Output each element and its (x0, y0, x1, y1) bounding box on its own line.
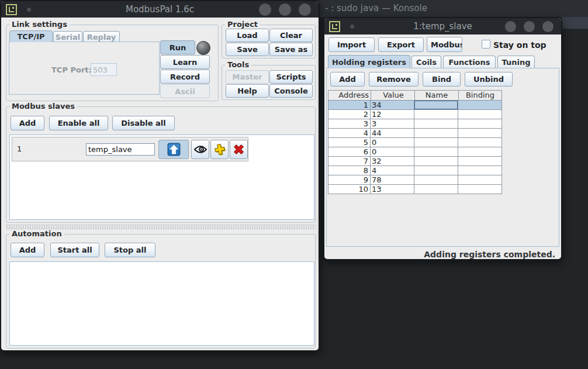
load-button[interactable]: Load (226, 29, 269, 42)
cell-binding[interactable] (458, 110, 502, 119)
cell-binding[interactable] (458, 147, 502, 157)
slave-window-titlebar[interactable]: 1:temp_slave (324, 18, 561, 35)
add-register-button[interactable]: Add (330, 72, 365, 87)
cell-value[interactable]: 0 (371, 138, 414, 147)
stay-on-top-checkbox[interactable] (482, 40, 490, 49)
cell-address[interactable]: 3 (328, 119, 371, 129)
split-pane-divider[interactable] (6, 225, 316, 229)
save-button[interactable]: Save (226, 43, 269, 56)
unbind-button[interactable]: Unbind (465, 72, 513, 87)
start-all-button[interactable]: Start all (50, 243, 99, 257)
table-row[interactable]: 732 (328, 157, 502, 166)
cell-name[interactable] (414, 110, 458, 119)
tab-serial[interactable]: Serial (53, 31, 82, 42)
cell-name[interactable] (414, 101, 458, 110)
learn-button[interactable]: Learn (160, 55, 210, 69)
column-header-binding[interactable]: Binding (458, 90, 502, 101)
cell-address[interactable]: 5 (328, 138, 371, 147)
implementation-select[interactable]: Modbus (427, 37, 462, 52)
run-button[interactable]: Run (160, 40, 195, 54)
tcp-port-input[interactable] (91, 63, 117, 76)
cell-binding[interactable] (458, 166, 502, 175)
cell-address[interactable]: 6 (328, 147, 371, 157)
table-row[interactable]: 444 (328, 129, 502, 138)
window-menu-dot-icon[interactable] (27, 8, 31, 12)
console-button[interactable]: Console (269, 84, 313, 98)
window-menu-dot-icon[interactable] (350, 25, 354, 29)
cell-name[interactable] (414, 138, 458, 147)
column-header-address[interactable]: Address (328, 90, 371, 101)
master-button[interactable]: Master (226, 70, 269, 84)
cell-value[interactable]: 0 (371, 147, 414, 157)
record-button[interactable]: Record (160, 70, 210, 84)
cell-value[interactable]: 34 (371, 101, 414, 110)
stop-all-button[interactable]: Stop all (105, 243, 155, 257)
tab-functions[interactable]: Functions (443, 56, 496, 68)
slave-name-input[interactable] (86, 143, 155, 156)
tab-tuning[interactable]: Tuning (497, 56, 535, 68)
slave-enabled-toggle-button[interactable] (158, 140, 189, 159)
cell-address[interactable]: 7 (328, 157, 371, 166)
cell-name[interactable] (414, 129, 458, 138)
cell-binding[interactable] (458, 101, 502, 110)
duplicate-slave-button[interactable] (210, 140, 229, 159)
table-row[interactable]: 1013 (328, 185, 502, 194)
cell-name[interactable] (414, 185, 458, 194)
cell-value[interactable]: 13 (371, 185, 414, 194)
slave-row[interactable]: 1 (12, 137, 248, 161)
cell-name[interactable] (414, 157, 458, 166)
cell-address[interactable]: 9 (328, 175, 371, 185)
ascii-button[interactable]: Ascii (160, 84, 210, 98)
remove-register-button[interactable]: Remove (369, 72, 418, 87)
maximize-button[interactable] (524, 21, 535, 32)
add-automation-button[interactable]: Add (11, 243, 44, 257)
slaves-list[interactable]: 1 (9, 135, 314, 220)
column-header-value[interactable]: Value (371, 90, 414, 101)
table-row[interactable]: 134 (328, 101, 502, 110)
cell-value[interactable]: 4 (371, 166, 414, 175)
table-row[interactable]: 50 (328, 138, 502, 147)
table-row[interactable]: 978 (328, 175, 502, 185)
automation-list[interactable] (9, 261, 314, 346)
table-row[interactable]: 84 (328, 166, 502, 175)
delete-slave-button[interactable] (230, 140, 248, 159)
enable-all-button[interactable]: Enable all (49, 116, 108, 130)
main-window-titlebar[interactable]: ModbusPal 1.6c (1, 1, 319, 18)
export-button[interactable]: Export (378, 37, 424, 52)
cell-value[interactable]: 12 (371, 110, 414, 119)
maximize-button[interactable] (279, 4, 291, 16)
cell-binding[interactable] (458, 185, 502, 194)
column-header-name[interactable]: Name (414, 90, 458, 101)
clear-button[interactable]: Clear (269, 29, 313, 42)
tab-coils[interactable]: Coils (411, 56, 441, 68)
minimize-button[interactable] (259, 4, 271, 16)
disable-all-button[interactable]: Disable all (112, 116, 175, 130)
import-button[interactable]: Import (328, 37, 375, 52)
close-button[interactable] (542, 21, 554, 32)
table-row[interactable]: 60 (328, 147, 502, 157)
cell-binding[interactable] (458, 138, 502, 147)
cell-address[interactable]: 4 (328, 129, 371, 138)
tab-replay[interactable]: Replay (83, 31, 120, 42)
tab-tcpip[interactable]: TCP/IP (9, 30, 53, 42)
cell-name[interactable] (414, 166, 458, 175)
cell-value[interactable]: 3 (371, 119, 414, 129)
cell-binding[interactable] (458, 157, 502, 166)
cell-binding[interactable] (458, 119, 502, 129)
cell-name[interactable] (414, 175, 458, 185)
cell-value[interactable]: 32 (371, 157, 414, 166)
cell-address[interactable]: 1 (328, 101, 371, 110)
minimize-button[interactable] (505, 21, 516, 32)
add-slave-button[interactable]: Add (11, 116, 44, 130)
scripts-button[interactable]: Scripts (269, 70, 313, 84)
save-as-button[interactable]: Save as (269, 43, 313, 56)
tab-holding-registers[interactable]: Holding registers (328, 55, 410, 68)
cell-address[interactable]: 8 (328, 166, 371, 175)
cell-binding[interactable] (458, 175, 502, 185)
show-slave-button[interactable] (191, 140, 209, 159)
bind-button[interactable]: Bind (423, 72, 461, 87)
table-row[interactable]: 212 (328, 110, 502, 119)
cell-address[interactable]: 10 (328, 185, 371, 194)
table-row[interactable]: 33 (328, 119, 502, 129)
help-button[interactable]: Help (226, 84, 269, 98)
